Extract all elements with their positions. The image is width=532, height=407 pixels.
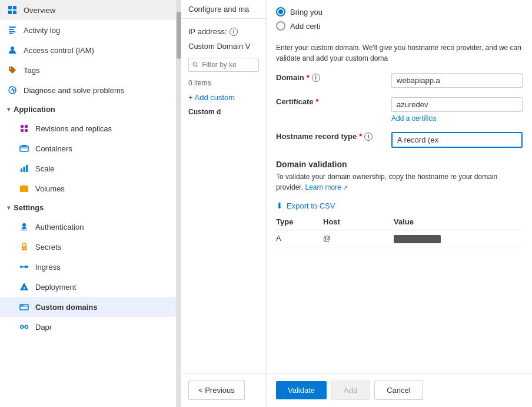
sidebar-item-label: Activity log <box>24 26 60 35</box>
sidebar-item-activity-log[interactable]: Activity log <box>0 20 176 40</box>
section-settings[interactable]: ▾ Settings <box>0 198 176 217</box>
radio-label-bring: Bring you <box>290 8 322 16</box>
domain-label: Domain * i <box>276 73 382 82</box>
sidebar-item-diagnose[interactable]: Diagnose and solve problems <box>0 80 176 100</box>
chevron-down-icon: ▾ <box>7 204 10 211</box>
sidebar-item-authentication[interactable]: Authentication <box>0 217 176 237</box>
row-value <box>394 234 523 243</box>
certificate-input[interactable] <box>391 97 523 112</box>
filter-box <box>188 58 259 72</box>
radio-group: Bring you Add certi <box>276 0 523 38</box>
sidebar-item-revisions[interactable]: Revisions and replicas <box>0 118 176 138</box>
row-type: A <box>276 234 323 243</box>
sidebar-item-label: Scale <box>35 164 55 173</box>
radio-btn-add-cert[interactable] <box>276 21 285 31</box>
chevron-down-icon: ▾ <box>7 106 10 112</box>
validate-button[interactable]: Validate <box>276 381 327 399</box>
row-host: @ <box>323 234 394 243</box>
svg-rect-32 <box>24 287 25 289</box>
radio-bring-your-own[interactable]: Bring you <box>276 5 523 19</box>
previous-button[interactable]: < Previous <box>188 380 245 400</box>
section-label: Settings <box>14 203 44 212</box>
add-certificate-link[interactable]: Add a certifica <box>391 114 523 123</box>
certificate-label: Certificate * <box>276 97 382 106</box>
add-custom-button[interactable]: + Add custom <box>188 90 259 105</box>
sidebar: Overview Activity log Access control (IA… <box>0 0 177 407</box>
col-value: Value <box>394 217 523 226</box>
sidebar-item-label: Containers <box>35 144 72 153</box>
prev-btn-area: < Previous <box>181 373 266 407</box>
svg-rect-33 <box>24 290 25 291</box>
sidebar-item-label: Secrets <box>35 243 61 252</box>
svg-rect-21 <box>21 185 27 187</box>
deployment-icon <box>19 282 29 292</box>
sidebar-scrollbar-thumb[interactable] <box>177 12 181 59</box>
sidebar-item-scale[interactable]: Scale <box>0 158 176 178</box>
configure-label: Configure and ma <box>188 5 249 14</box>
domain-validation-desc: To validate your domain ownership, copy … <box>276 171 523 197</box>
custom-d-header: Custom d <box>188 105 259 118</box>
ingress-icon <box>19 262 29 272</box>
sidebar-item-label: Overview <box>24 6 55 15</box>
revisions-icon <box>19 123 29 134</box>
svg-rect-5 <box>9 29 14 30</box>
learn-more-link[interactable]: Learn more ↗ <box>305 183 348 191</box>
certificate-field-row: Certificate * Add a certifica <box>276 92 523 127</box>
hostname-record-type-field-row: Hostname record type * i <box>276 127 523 153</box>
svg-rect-18 <box>24 167 25 172</box>
radio-add-cert[interactable]: Add certi <box>276 19 523 33</box>
svg-rect-4 <box>9 27 16 28</box>
svg-point-39 <box>25 326 28 329</box>
domain-input[interactable] <box>391 73 523 88</box>
svg-point-36 <box>21 305 22 306</box>
domain-info-icon[interactable]: i <box>312 74 320 82</box>
svg-line-42 <box>196 65 198 67</box>
secrets-icon <box>19 241 29 252</box>
sidebar-item-ingress[interactable]: Ingress <box>0 257 176 277</box>
svg-rect-1 <box>13 6 16 9</box>
domain-label-text: Domain <box>276 73 304 82</box>
domain-input-area <box>391 73 523 88</box>
add-custom-label: + Add custom <box>188 93 235 102</box>
section-application[interactable]: ▾ Application <box>0 100 176 118</box>
middle-panel-body: IP address: i Custom Domain V 0 items + … <box>181 19 266 373</box>
svg-point-37 <box>22 305 24 306</box>
svg-point-10 <box>9 87 16 94</box>
volumes-icon <box>19 183 29 194</box>
external-link-icon: ↗ <box>343 184 348 191</box>
sidebar-item-label: Dapr <box>35 323 52 332</box>
right-panel-footer: Validate Add Cancel <box>267 373 532 407</box>
sidebar-item-label: Revisions and replicas <box>35 124 112 133</box>
sidebar-item-dapr[interactable]: Dapr <box>0 317 176 337</box>
sidebar-item-label: Custom domains <box>35 303 97 312</box>
sidebar-item-custom-domains[interactable]: Custom domains <box>0 297 176 317</box>
export-csv-button[interactable]: ⬇ Export to CSV <box>276 197 523 214</box>
filter-input[interactable] <box>202 61 255 69</box>
middle-panel-header: Configure and ma <box>181 0 266 19</box>
dapr-icon <box>19 322 29 332</box>
svg-rect-14 <box>25 129 28 132</box>
radio-btn-bring[interactable] <box>276 7 285 16</box>
svg-point-38 <box>21 326 24 329</box>
svg-rect-24 <box>23 227 26 229</box>
sidebar-item-containers[interactable]: Containers <box>0 138 176 158</box>
hostname-record-type-info-icon[interactable]: i <box>364 133 373 141</box>
svg-rect-13 <box>21 129 24 132</box>
sidebar-item-overview[interactable]: Overview <box>0 0 176 20</box>
sidebar-item-volumes[interactable]: Volumes <box>0 178 176 198</box>
sidebar-item-label: Authentication <box>35 223 84 231</box>
svg-point-8 <box>11 47 14 50</box>
sidebar-scrollbar[interactable] <box>177 0 181 407</box>
cancel-button[interactable]: Cancel <box>374 380 423 400</box>
custom-domain-label: Custom Domain V <box>188 39 259 53</box>
svg-marker-31 <box>20 283 28 290</box>
overview-icon <box>7 5 18 15</box>
sidebar-item-tags[interactable]: Tags <box>0 60 176 80</box>
sidebar-item-secrets[interactable]: Secrets <box>0 237 176 257</box>
ip-info-icon[interactable]: i <box>230 28 238 36</box>
sidebar-item-deployment[interactable]: Deployment <box>0 277 176 297</box>
sidebar-item-access-control[interactable]: Access control (IAM) <box>0 40 176 60</box>
svg-point-22 <box>22 223 26 227</box>
hostname-record-type-input[interactable] <box>391 132 523 148</box>
diagnose-icon <box>7 85 18 95</box>
